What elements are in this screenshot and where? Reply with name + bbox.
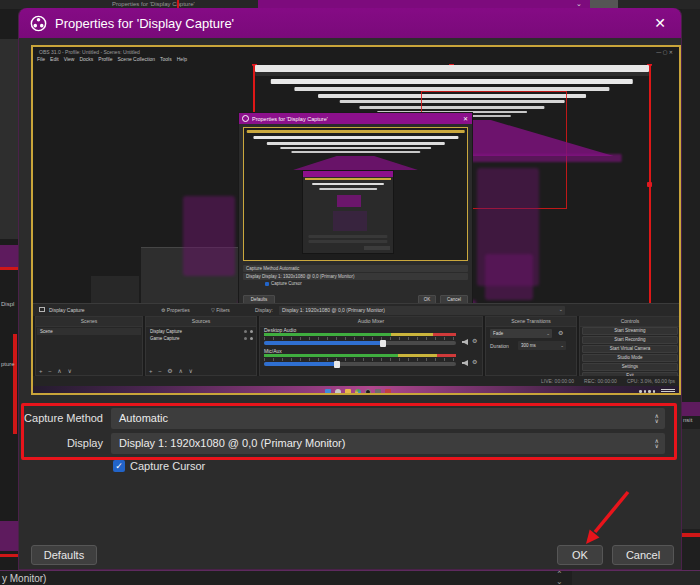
sources-dock: Sources Display Capture Game Capture + −…: [145, 316, 257, 376]
nested-capture-method-row: Capture Method Automatic: [243, 265, 468, 272]
dialog-title: Properties for 'Display Capture': [55, 16, 234, 31]
background-purple-band: [682, 402, 700, 416]
recursion-noise: [333, 211, 367, 231]
recursion-noise: [485, 254, 533, 300]
menu-file: File: [37, 56, 45, 62]
capture-method-select[interactable]: Automatic ∧∨: [111, 408, 665, 429]
obs-taskbar-icon: [365, 389, 371, 395]
source-item-label: Display Capture: [150, 329, 182, 334]
context-display-label: Display:: [255, 307, 273, 313]
recursion-strip: [364, 246, 390, 250]
menu-tools: Tools: [160, 56, 172, 62]
obs-logo-icon: [30, 15, 47, 32]
recursion-strip: [319, 188, 377, 190]
close-icon[interactable]: ✕: [651, 14, 669, 32]
menu-edit: Edit: [50, 56, 59, 62]
meter-ticks: [264, 358, 456, 361]
sources-header: Sources: [146, 317, 256, 327]
dialog-titlebar[interactable]: Properties for 'Display Capture' ✕: [19, 8, 681, 38]
display-select[interactable]: Display 1: 1920x1080 @ 0,0 (Primary Moni…: [111, 433, 665, 454]
duration-label: Duration: [490, 343, 509, 349]
scene-item[interactable]: Scene: [37, 328, 141, 335]
spinner-icon[interactable]: ∧∨: [655, 433, 659, 454]
nested-dialog-titlebar: [303, 171, 393, 177]
source-item[interactable]: Game Capture: [147, 335, 255, 342]
volume-slider[interactable]: [264, 341, 456, 345]
background-text-fragment: nsit: [683, 417, 692, 423]
duration-spinner[interactable]: 300 ms ⌄: [518, 341, 566, 350]
start-icon: [325, 389, 331, 395]
defaults-button[interactable]: Defaults: [31, 545, 97, 565]
capture-cursor-checkbox[interactable]: ✓: [113, 460, 125, 472]
background-panel: [0, 39, 18, 239]
volume-slider[interactable]: [264, 362, 456, 366]
slider-knob[interactable]: [380, 340, 386, 347]
gear-icon[interactable]: ⚙: [558, 330, 563, 336]
cancel-button[interactable]: Cancel: [612, 545, 674, 565]
duration-value: 300 ms: [521, 343, 536, 348]
scenes-toolbar[interactable]: + − ∧ ∨: [39, 367, 74, 374]
screen: Properties for 'Display Capture' ⌄ Displ…: [0, 0, 700, 585]
gear-icon[interactable]: ⚙: [472, 359, 477, 365]
nested-ok-button: OK: [418, 295, 436, 303]
lock-icon[interactable]: [244, 330, 247, 333]
gear-icon[interactable]: ⚙: [472, 338, 477, 344]
visibility-icon[interactable]: [250, 337, 253, 340]
sources-toolbar[interactable]: + − ⚙ ∧ ∨: [149, 367, 195, 374]
start-recording-button[interactable]: Start Recording: [582, 336, 678, 344]
spinner-icon[interactable]: ∧∨: [655, 408, 659, 429]
wgc-border-band: [305, 178, 391, 180]
recursion-strip: [280, 147, 432, 149]
speaker-icon[interactable]: [462, 360, 468, 366]
source-item[interactable]: Display Capture: [147, 328, 255, 335]
ok-button[interactable]: OK: [557, 545, 603, 565]
context-properties-button: ⚙ Properties: [161, 307, 190, 313]
background-text-fragment: Displ: [1, 301, 14, 307]
captured-obs-title: OBS 31.0 - Profile: Untitled - Scenes: U…: [39, 49, 140, 55]
menu-help: Help: [177, 56, 187, 62]
start-streaming-button[interactable]: Start Streaming: [582, 327, 678, 335]
background-panel: [682, 429, 700, 529]
nested-dialog-title: Properties for 'Display Capture': [252, 116, 328, 122]
recursion-menubar: [255, 72, 649, 76]
properties-dialog: Properties for 'Display Capture' ✕ OBS 3…: [18, 8, 682, 570]
recursion-block: [91, 276, 139, 303]
recursion-strip: [253, 136, 458, 139]
nested-defaults-button: Defaults: [243, 295, 275, 303]
captured-canvas: Properties for 'Display Capture' ✕: [33, 64, 681, 303]
meter-red: [437, 354, 456, 357]
volume-meter: [264, 354, 456, 357]
background-left-strip: Displ pture: [0, 9, 18, 570]
settings-button[interactable]: Settings: [582, 363, 678, 371]
captured-window-controls: — ▢ ✕: [656, 49, 673, 55]
background-red-line: [0, 554, 18, 557]
background-chevron-icon: ⌄: [576, 0, 582, 8]
nested-preview: [243, 127, 468, 261]
start-virtual-camera-button[interactable]: Start Virtual Camera: [582, 345, 678, 353]
selection-handle[interactable]: [647, 182, 652, 187]
chevron-down-icon: ⌄: [559, 306, 563, 312]
recursion-noise: [337, 195, 361, 207]
controls-dock: Controls Start Streaming Start Recording…: [579, 316, 681, 376]
display-value: Display 1: 1920x1080 @ 0,0 (Primary Moni…: [119, 437, 345, 449]
studio-mode-button[interactable]: Studio Mode: [582, 354, 678, 362]
transition-select[interactable]: Fade ⌄: [490, 329, 552, 338]
scenes-header: Scenes: [36, 317, 142, 327]
scene-transitions-dock: Scene Transitions Fade ⌄ ⚙ Duration 300 …: [485, 316, 577, 376]
recursion-noise: [183, 196, 235, 276]
nested-capture-cursor-label: Capture Cursor: [271, 281, 302, 286]
lock-icon[interactable]: [244, 337, 247, 340]
visibility-icon[interactable]: [250, 330, 253, 333]
recursion-strip: [312, 183, 384, 185]
captured-taskbar: [33, 386, 681, 395]
nested-display-row: Display Display 1: 1920x1080 @ 0,0 (Prim…: [243, 273, 468, 280]
docks-row: Scenes Scene + − ∧ ∨ Sources Display Cap…: [33, 316, 681, 376]
meter-green: [264, 333, 391, 336]
controls-header: Controls: [580, 317, 680, 327]
obs-logo-icon: [242, 115, 249, 122]
speaker-icon[interactable]: [462, 339, 468, 345]
slider-knob[interactable]: [334, 361, 340, 368]
nested-cancel-button: Cancel: [440, 295, 468, 303]
background-title-fragment: Properties for 'Display Capture': [112, 1, 195, 7]
monitor-icon: [39, 307, 45, 312]
